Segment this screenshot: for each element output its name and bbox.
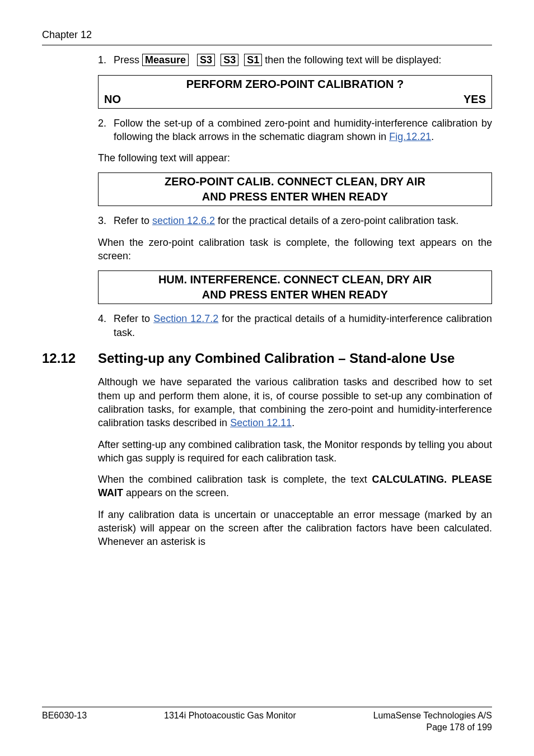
paragraph-text: When the combined calibration task is co…: [98, 474, 372, 485]
footer-left: BE6030-13: [42, 710, 87, 734]
step-2: 2. Follow the set-up of a combined zero-…: [98, 116, 492, 144]
section-number: 12.12: [42, 349, 98, 367]
keycap-s3b: S3: [221, 54, 238, 66]
paragraph-text: .: [292, 417, 294, 428]
link-fig-12-21[interactable]: Fig.12.21: [389, 131, 431, 142]
step-text: Refer to: [114, 215, 152, 226]
step-1: 1. Press Measure S3 S3 S1 then the follo…: [98, 53, 492, 67]
step-text: .: [431, 131, 434, 142]
section-title: Setting-up any Combined Calibration – St…: [98, 349, 455, 367]
step-text-post: then the following text will be displaye…: [265, 54, 441, 66]
link-section-12-11[interactable]: Section 12.11: [230, 417, 292, 428]
footer-page: Page 178 of 199: [427, 722, 492, 732]
footer-rule: [42, 707, 492, 707]
paragraph: Although we have separated the various c…: [98, 375, 492, 430]
step-4: 4. Refer to Section 12.7.2 for the pract…: [98, 312, 492, 339]
display-line: HUM. INTERFERENCE. CONNECT CLEAN, DRY AI…: [104, 272, 486, 287]
display-line: ZERO-POINT CALIB. CONNECT CLEAN, DRY AIR: [104, 174, 486, 189]
paragraph-text: Although we have separated the various c…: [98, 376, 492, 428]
display-line: AND PRESS ENTER WHEN READY: [104, 287, 486, 302]
step-body: Refer to Section 12.7.2 for the practica…: [114, 312, 492, 339]
page-header: Chapter 12: [42, 28, 492, 45]
chapter-label: Chapter 12: [42, 28, 492, 41]
step-number: 2.: [98, 116, 114, 130]
display-box-2: ZERO-POINT CALIB. CONNECT CLEAN, DRY AIR…: [98, 172, 492, 206]
keycap-measure: Measure: [142, 54, 189, 66]
step-body: Refer to section 12.6.2 for the practica…: [114, 214, 492, 227]
step-3: 3. Refer to section 12.6.2 for the pract…: [98, 214, 492, 227]
step-text: for the practical details of a zero-poin…: [215, 215, 458, 226]
footer-right: LumaSense Technologies A/S Page 178 of 1…: [373, 710, 492, 734]
paragraph-text: appears on the screen.: [123, 487, 229, 498]
step-text-pre: Press: [114, 54, 142, 66]
display-line: PERFORM ZERO-POINT CALIBRATION ?: [104, 77, 486, 92]
display-box-1: PERFORM ZERO-POINT CALIBRATION ? NO YES: [98, 75, 492, 109]
paragraph: When the combined calibration task is co…: [98, 473, 492, 500]
paragraph: If any calibration data is uncertain or …: [98, 508, 492, 549]
link-section-12-7-2[interactable]: Section 12.7.2: [153, 313, 218, 324]
step-number: 3.: [98, 214, 114, 227]
page-footer: BE6030-13 1314i Photoacoustic Gas Monito…: [42, 707, 492, 734]
step-number: 1.: [98, 53, 114, 67]
keycap-s1: S1: [244, 54, 262, 66]
page-content: 1. Press Measure S3 S3 S1 then the follo…: [42, 45, 492, 707]
display-box-3: HUM. INTERFERENCE. CONNECT CLEAN, DRY AI…: [98, 270, 492, 304]
link-section-12-6-2[interactable]: section 12.6.2: [152, 215, 215, 226]
keycap-s3: S3: [197, 54, 215, 66]
step-number: 4.: [98, 312, 114, 325]
display-no: NO: [104, 92, 121, 107]
footer-company: LumaSense Technologies A/S: [373, 711, 492, 720]
step-body: Press Measure S3 S3 S1 then the followin…: [114, 53, 492, 67]
step-text: Refer to: [114, 313, 153, 324]
paragraph: After setting-up any combined calibratio…: [98, 438, 492, 465]
section-heading: 12.12 Setting-up any Combined Calibratio…: [42, 349, 492, 367]
display-yes: YES: [463, 92, 486, 107]
footer-center: 1314i Photoacoustic Gas Monitor: [164, 710, 296, 734]
step-body: Follow the set-up of a combined zero-poi…: [114, 116, 492, 144]
step-text: Follow the set-up of a combined zero-poi…: [114, 118, 492, 142]
paragraph: When the zero-point calibration task is …: [98, 236, 492, 263]
paragraph: The following text will appear:: [98, 151, 492, 165]
display-line: AND PRESS ENTER WHEN READY: [104, 189, 486, 204]
